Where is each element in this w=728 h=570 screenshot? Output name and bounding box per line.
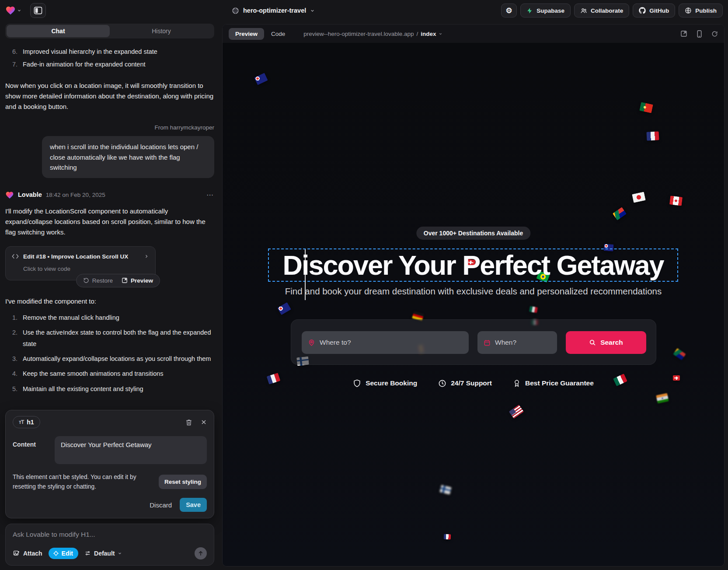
users-icon xyxy=(580,7,587,14)
search-button[interactable]: Search xyxy=(566,331,646,354)
edit-mode-button[interactable]: Edit xyxy=(49,548,78,559)
chat-scroll-area[interactable]: 6.Improved visual hierarchy in the expan… xyxy=(5,38,214,410)
globe-icon xyxy=(232,7,239,14)
url-page: index xyxy=(421,31,436,37)
list-item: 3.Automatically expand/collapse location… xyxy=(5,353,214,364)
user-message-bubble: when i scroll into the individual locati… xyxy=(42,136,214,178)
tab-code[interactable]: Code xyxy=(271,31,285,37)
url-host: preview--hero-optimizer-travel.lovable.a… xyxy=(303,31,414,37)
date-input[interactable] xyxy=(495,339,551,346)
lovable-heart-icon xyxy=(5,5,16,16)
type-icon: тT xyxy=(19,419,24,425)
chat-input[interactable] xyxy=(13,531,207,539)
supabase-button[interactable]: Supabase xyxy=(520,3,571,17)
github-button[interactable]: GitHub xyxy=(633,3,675,17)
mobile-view-button[interactable] xyxy=(697,30,702,38)
github-icon xyxy=(639,7,646,14)
search-icon xyxy=(589,339,596,346)
lovable-heart-icon xyxy=(5,191,14,199)
france-flag-icon xyxy=(444,534,451,540)
feature-secure-booking: Secure Booking xyxy=(353,379,417,388)
styling-note: This element can't be styled. You can ed… xyxy=(13,472,147,491)
mode-select-button[interactable]: Default xyxy=(84,550,122,557)
feature-best-price: Best Price Guarantee xyxy=(513,379,594,388)
australia-flag-icon xyxy=(254,73,268,85)
assistant-steps-list: 1.Remove the manual click handling 2.Use… xyxy=(5,312,214,395)
site-viewport[interactable]: Over 1000+ Destinations Available Discov… xyxy=(223,43,724,566)
globe-icon xyxy=(685,7,692,14)
india-flag-icon xyxy=(656,393,669,404)
edit-card-title: Edit #18 • Improve Location Scroll UX xyxy=(23,252,128,262)
refresh-button[interactable] xyxy=(711,31,718,37)
project-switcher[interactable]: hero-optimizer-travel xyxy=(232,0,315,21)
reset-styling-button[interactable]: Reset styling xyxy=(159,475,207,489)
list-item: 7.Fade-in animation for the expanded con… xyxy=(5,58,214,71)
preview-toolbar: Preview Code preview--hero-optimizer-tra… xyxy=(223,24,724,43)
preview-version-button[interactable]: Preview xyxy=(122,276,153,286)
destination-input[interactable] xyxy=(320,339,463,346)
content-input[interactable]: Discover Your Perfect Getaway xyxy=(55,436,207,464)
assistant-name: Lovable xyxy=(18,190,42,200)
tab-history[interactable]: History xyxy=(110,25,213,37)
sidebar-toggle-button[interactable] xyxy=(30,3,46,18)
tab-chat[interactable]: Chat xyxy=(7,25,110,37)
content-field-label: Content xyxy=(13,436,44,464)
features-row: Secure Booking 24/7 Support Best Price G… xyxy=(223,379,724,388)
close-panel-button[interactable] xyxy=(201,419,207,425)
lovable-logo-menu[interactable] xyxy=(5,5,21,16)
list-item: 5.Maintain all the existing content and … xyxy=(5,384,214,395)
arrow-up-icon xyxy=(198,550,204,556)
chat-sidebar: Chat History 6.Improved visual hierarchy… xyxy=(0,21,219,570)
clock-icon xyxy=(438,379,446,388)
delete-element-button[interactable] xyxy=(185,419,192,426)
code-icon xyxy=(12,253,19,259)
top-bar: hero-optimizer-travel ⚙ Supabase Collabo… xyxy=(0,0,728,21)
preview-url[interactable]: preview--hero-optimizer-travel.lovable.a… xyxy=(303,31,442,37)
finland-flag-icon xyxy=(439,485,451,494)
save-button[interactable]: Save xyxy=(180,498,207,512)
assistant-message-header: Lovable 18:42 on Feb 20, 2025 ⋯ xyxy=(5,189,214,201)
edit-card-subtitle: Click to view code xyxy=(23,264,149,274)
chevron-down-icon xyxy=(17,8,21,13)
tab-preview[interactable]: Preview xyxy=(229,28,264,40)
message-menu-button[interactable]: ⋯ xyxy=(206,189,214,201)
france-flag-icon xyxy=(646,131,659,140)
destinations-badge: Over 1000+ Destinations Available xyxy=(416,227,530,240)
attach-button[interactable]: Attach xyxy=(13,550,42,557)
element-tag-name: h1 xyxy=(27,419,34,426)
date-field[interactable] xyxy=(477,331,557,354)
search-card: Search xyxy=(291,319,656,365)
chevron-down-icon xyxy=(439,32,442,36)
open-in-new-tab-button[interactable] xyxy=(680,30,687,37)
message-author-label: From harrymckayroper xyxy=(5,123,214,133)
element-tag-badge[interactable]: тT h1 xyxy=(13,416,40,428)
element-editor-panel: тT h1 Content Discover Your Perfect Geta… xyxy=(5,410,214,518)
list-item: 6.Improved visual hierarchy in the expan… xyxy=(5,45,214,58)
supabase-bolt-icon xyxy=(526,7,533,14)
settings-button[interactable]: ⚙ xyxy=(501,3,517,17)
southafrica-flag-icon xyxy=(673,348,686,360)
assistant-list-previous: 6.Improved visual hierarchy in the expan… xyxy=(5,45,214,71)
assistant-paragraph: I've modified the component to: xyxy=(5,296,214,307)
message-timestamp: 18:42 on Feb 20, 2025 xyxy=(46,190,105,200)
gear-icon: ⚙ xyxy=(506,6,512,15)
crosshair-icon xyxy=(53,550,59,556)
discard-button[interactable]: Discard xyxy=(150,501,172,509)
collaborate-button[interactable]: Collaborate xyxy=(574,3,629,17)
preview-pane: Preview Code preview--hero-optimizer-tra… xyxy=(222,24,725,567)
restore-button[interactable]: Restore xyxy=(83,276,113,286)
publish-button[interactable]: Publish xyxy=(679,3,723,17)
assistant-paragraph: I'll modify the LocationScroll component… xyxy=(5,206,214,238)
award-icon xyxy=(513,379,521,388)
chevron-down-icon xyxy=(118,551,122,556)
external-link-icon xyxy=(122,277,128,283)
project-name: hero-optimizer-travel xyxy=(243,7,306,14)
destination-field[interactable] xyxy=(302,331,469,354)
southafrica-flag-icon xyxy=(613,207,627,220)
hero-subtitle: Find and book your dream destination wit… xyxy=(223,286,724,297)
send-message-button[interactable] xyxy=(195,547,207,560)
usa-flag-icon xyxy=(509,405,524,419)
selection-box xyxy=(268,248,678,282)
chat-input-card: Attach Edit Default xyxy=(5,524,214,566)
calendar-icon xyxy=(484,339,491,346)
